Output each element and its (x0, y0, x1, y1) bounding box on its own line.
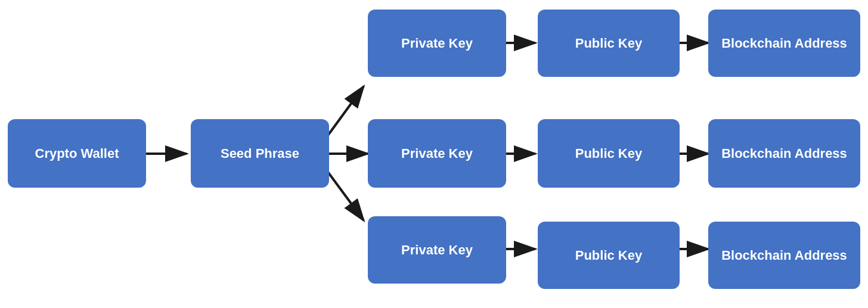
seed-phrase-node: Seed Phrase (191, 119, 329, 188)
private-key-mid-node: Private Key (368, 119, 506, 188)
public-key-top-label: Public Key (575, 36, 642, 51)
seed-phrase-label: Seed Phrase (221, 146, 299, 161)
arrow-seed-to-pk-bot (327, 170, 364, 220)
arrow-seed-to-pk-top (327, 86, 364, 137)
private-key-mid-label: Private Key (401, 146, 473, 161)
blockchain-address-bot-label: Blockchain Address (721, 248, 847, 263)
crypto-wallet-node: Crypto Wallet (8, 119, 146, 188)
public-key-top-node: Public Key (538, 10, 680, 77)
public-key-bot-node: Public Key (538, 222, 680, 289)
private-key-top-label: Private Key (401, 36, 473, 51)
blockchain-address-top-node: Blockchain Address (708, 10, 860, 77)
public-key-bot-label: Public Key (575, 248, 642, 263)
public-key-mid-node: Public Key (538, 119, 680, 188)
diagram: Crypto Wallet Seed Phrase Private Key Pu… (0, 0, 868, 308)
private-key-bot-node: Private Key (368, 216, 506, 284)
blockchain-address-mid-label: Blockchain Address (721, 146, 847, 161)
public-key-mid-label: Public Key (575, 146, 642, 161)
private-key-bot-label: Private Key (401, 242, 473, 258)
crypto-wallet-label: Crypto Wallet (35, 146, 119, 161)
blockchain-address-mid-node: Blockchain Address (708, 119, 860, 188)
blockchain-address-bot-node: Blockchain Address (708, 222, 860, 289)
private-key-top-node: Private Key (368, 10, 506, 77)
blockchain-address-top-label: Blockchain Address (721, 36, 847, 51)
